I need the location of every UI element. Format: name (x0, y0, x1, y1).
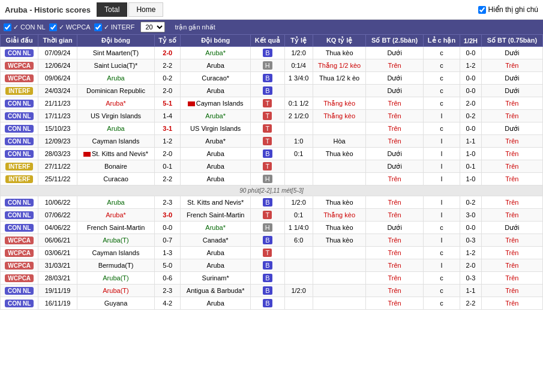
cell-half: 1-1 (460, 135, 482, 148)
cell-date: 31/03/21 (38, 259, 77, 272)
cell-half: 1-0 (460, 148, 482, 160)
cell-kq: T (251, 160, 285, 173)
cell-lec: I (423, 209, 460, 222)
show-notes-text: Hiển thị ghi chú (488, 5, 538, 14)
cell-sobt1: Trên (366, 196, 423, 209)
header: Aruba - Historic scores Total Home Hiển … (0, 0, 543, 20)
col-kq-ratio: KQ tỷ lệ (313, 35, 366, 47)
cell-team1: US Virgin Islands (77, 110, 155, 122)
cell-kq-ratio (313, 247, 366, 259)
cell-kq-ratio: Thắng 1/2 kèo (313, 59, 366, 72)
cell-half: 0-2 (460, 196, 482, 209)
cell-half: 0-0 (460, 72, 482, 85)
tab-home[interactable]: Home (128, 2, 163, 17)
cell-team1: Aruba (77, 122, 155, 135)
filter-wcpca[interactable]: ✓ WCPCA (49, 23, 91, 31)
cell-date: 25/11/22 (38, 173, 77, 185)
cell-league: CON NL (1, 122, 38, 135)
table-row: WCPCA31/03/21Bermuda(T)5-0ArubaBTrênI2-0… (1, 259, 543, 272)
col-lec: Lẻ c hận (423, 35, 460, 47)
cell-lec: c (423, 85, 460, 97)
filter-con-nl[interactable]: ✓ CON NL (4, 23, 46, 31)
cell-kq-ratio: Thua kèo (313, 222, 366, 234)
cell-ratio (284, 259, 313, 272)
cell-team1: Sint Maarten(T) (77, 47, 155, 59)
cell-kq: B (251, 272, 285, 285)
col-date: Thời gian (38, 35, 77, 47)
cell-half: 1-1 (460, 285, 482, 297)
recent-matches-select[interactable]: 20 10 30 All (140, 22, 165, 32)
page-title: Aruba - Historic scores (5, 5, 91, 14)
table-row: CON NL10/06/22Aruba2-3St. Kitts and Nevi… (1, 196, 543, 209)
cell-sobt1: Trên (366, 272, 423, 285)
cell-league: WCPCA (1, 272, 38, 285)
cell-ratio: 0:1 (284, 209, 313, 222)
cell-team2: Aruba* (181, 47, 251, 59)
cell-sobt1: Trên (366, 234, 423, 247)
cell-sobt2: Trên (481, 272, 542, 285)
cell-ratio: 0:1 1/2 (284, 97, 313, 110)
cell-ratio: 1/2:0 (284, 285, 313, 297)
table-row: WCPCA06/06/21Aruba(T)0-7Canada*B6:0Thua … (1, 234, 543, 247)
cell-team2: US Virgin Islands (181, 122, 251, 135)
cell-ratio (284, 272, 313, 285)
cell-team2: Aruba (181, 247, 251, 259)
cell-league: CON NL (1, 110, 38, 122)
show-notes-label[interactable]: Hiển thị ghi chú (478, 5, 538, 14)
cell-kq: T (251, 209, 285, 222)
cell-league: WCPCA (1, 259, 38, 272)
cell-sobt2: Trên (481, 160, 542, 173)
tab-total[interactable]: Total (97, 2, 127, 17)
cell-score: 3-0 (155, 209, 181, 222)
cell-team1: French Saint-Martin (77, 222, 155, 234)
cell-kq-ratio (313, 285, 366, 297)
cell-sobt1: Dưới (366, 222, 423, 234)
show-notes-checkbox[interactable] (478, 6, 486, 14)
cell-kq-ratio (313, 160, 366, 173)
cell-league: INTERF (1, 85, 38, 97)
cell-ratio (284, 122, 313, 135)
cell-date: 16/11/19 (38, 297, 77, 310)
cell-half: 0-3 (460, 234, 482, 247)
cell-date: 07/06/22 (38, 209, 77, 222)
table-row: WCPCA03/06/21Cayman Islands1-3ArubaTTrên… (1, 247, 543, 259)
cell-team1: Cayman Islands (77, 247, 155, 259)
cell-lec: I (423, 259, 460, 272)
cell-score: 2-3 (155, 196, 181, 209)
cell-date: 27/11/22 (38, 160, 77, 173)
filter-interf[interactable]: ✓ INTERF (94, 23, 135, 31)
cell-team1: Aruba* (77, 209, 155, 222)
cell-kq-ratio: Hòa (313, 135, 366, 148)
cell-sobt1: Trên (366, 285, 423, 297)
table-row: CON NL15/10/23Aruba3-1US Virgin IslandsT… (1, 122, 543, 135)
cell-half: 2-0 (460, 97, 482, 110)
table-row: CON NL12/09/23Cayman Islands1-2Aruba*T1:… (1, 135, 543, 148)
cell-league: CON NL (1, 47, 38, 59)
cell-sobt1: Dưới (366, 47, 423, 59)
cell-sobt2: Trên (481, 234, 542, 247)
col-result: Kết quả (251, 35, 285, 47)
cell-date: 12/09/23 (38, 135, 77, 148)
cell-lec: I (423, 234, 460, 247)
cell-league: WCPCA (1, 234, 38, 247)
cell-date: 15/10/23 (38, 122, 77, 135)
cell-score: 1-4 (155, 110, 181, 122)
cell-league: CON NL (1, 222, 38, 234)
cell-team1: Dominican Republic (77, 85, 155, 97)
cell-lec: c (423, 297, 460, 310)
cell-league: CON NL (1, 209, 38, 222)
cell-lec: I (423, 196, 460, 209)
col-half: 1/2H (460, 35, 482, 47)
cell-score: 2-0 (155, 47, 181, 59)
cell-team1: Aruba(T) (77, 285, 155, 297)
cell-team2: Canada* (181, 234, 251, 247)
cell-kq-ratio: Thua kèo (313, 47, 366, 59)
cell-score: 1-3 (155, 247, 181, 259)
cell-kq: B (251, 259, 285, 272)
cell-sobt2: Trên (481, 285, 542, 297)
cell-date: 19/11/19 (38, 285, 77, 297)
cell-half: 0-1 (460, 160, 482, 173)
col-sobt2: Số BT (0.75bàn) (481, 35, 542, 47)
filter-label: trận gần nhất (175, 23, 215, 31)
cell-sobt1: Trên (366, 209, 423, 222)
